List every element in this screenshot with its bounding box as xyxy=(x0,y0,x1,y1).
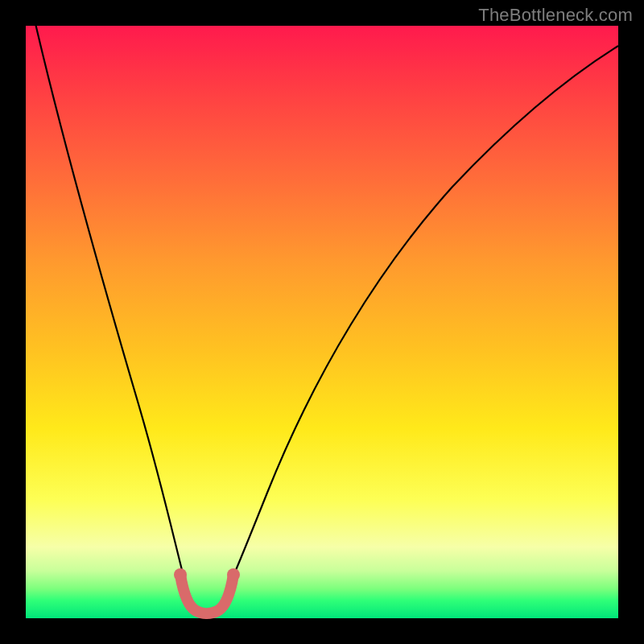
bottleneck-curve xyxy=(32,10,618,612)
valley-marker-dot-right xyxy=(227,568,240,581)
plot-area xyxy=(26,26,618,618)
valley-marker xyxy=(180,575,233,613)
bottleneck-curve-svg xyxy=(26,26,618,618)
valley-marker-dot-left xyxy=(174,568,187,581)
watermark-text: TheBottleneck.com xyxy=(478,5,633,26)
chart-frame: TheBottleneck.com xyxy=(0,0,644,644)
